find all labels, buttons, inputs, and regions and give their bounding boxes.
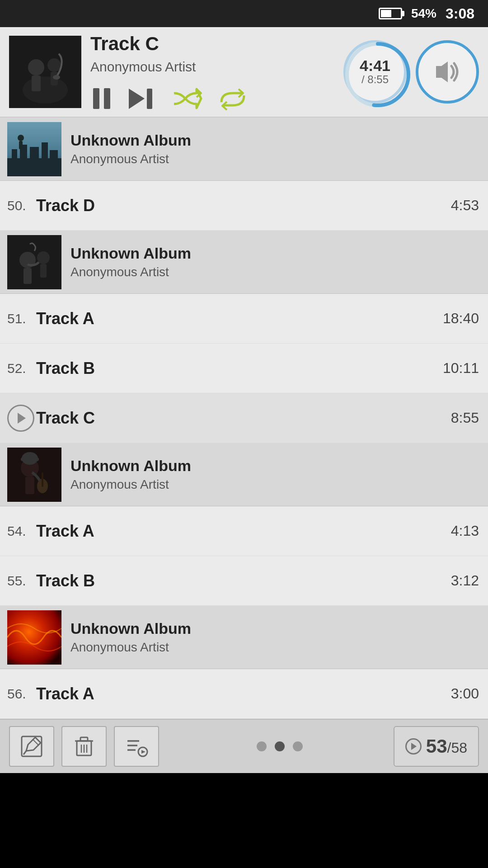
bottom-toolbar: 53/58	[0, 719, 488, 773]
status-time: 3:08	[446, 5, 474, 22]
track-number: 51.	[7, 311, 43, 326]
album-thumbnail	[7, 235, 61, 289]
album-thumbnail	[7, 122, 61, 176]
album-name: Unknown Album	[70, 620, 191, 637]
album-row[interactable]: Unknown Album Anonymous Artist	[0, 231, 488, 294]
album-name: Unknown Album	[70, 132, 191, 149]
track-number: 55.	[7, 573, 43, 589]
svg-rect-35	[7, 610, 61, 665]
album-thumbnail	[7, 448, 61, 502]
dot-1[interactable]	[257, 741, 267, 751]
svg-rect-14	[7, 158, 61, 176]
svg-rect-19	[50, 150, 58, 158]
track-row[interactable]: 54. Track A 4:13	[0, 506, 488, 556]
track-row[interactable]: 56. Track A 3:00	[0, 669, 488, 719]
svg-point-2	[28, 59, 44, 75]
album-name: Unknown Album	[70, 245, 191, 262]
track-number: 50.	[7, 198, 43, 213]
volume-circle[interactable]	[416, 40, 479, 104]
track-counter[interactable]: 53/58	[394, 726, 479, 767]
track-duration: 3:00	[451, 685, 479, 702]
track-name: Track A	[36, 522, 451, 541]
dot-2[interactable]	[275, 741, 285, 751]
album-row[interactable]: Unknown Album Anonymous Artist	[0, 443, 488, 506]
track-row[interactable]: 51. Track A 18:40	[0, 294, 488, 344]
shuffle-button[interactable]	[172, 86, 203, 111]
battery-icon	[379, 8, 402, 19]
track-name: Track D	[36, 196, 451, 215]
track-duration: 4:53	[451, 197, 479, 214]
svg-rect-41	[80, 737, 88, 741]
svg-rect-3	[32, 75, 41, 91]
edit-icon	[20, 735, 43, 758]
track-row[interactable]: 55. Track B 3:12	[0, 556, 488, 606]
album-artist: Anonymous Artist	[70, 477, 191, 492]
album-name: Unknown Album	[70, 457, 191, 475]
status-bar: 54% 3:08	[0, 0, 488, 27]
svg-point-1	[23, 76, 68, 104]
album-row[interactable]: Unknown Album Anonymous Artist	[0, 606, 488, 669]
playing-indicator	[7, 405, 34, 432]
now-playing-title: Track C	[90, 33, 334, 55]
shuffle-icon	[172, 86, 203, 111]
counter-current: 53	[426, 736, 447, 757]
svg-point-30	[22, 452, 38, 465]
counter-display: 53/58	[426, 736, 467, 757]
track-number: 52.	[7, 361, 43, 376]
track-row[interactable]: 52. Track B 10:11	[0, 344, 488, 393]
svg-marker-49	[141, 750, 145, 754]
track-row[interactable]: 50. Track D 4:53	[0, 181, 488, 231]
track-duration: 10:11	[443, 360, 479, 377]
svg-rect-21	[19, 141, 23, 149]
now-playing-artwork	[9, 36, 81, 108]
playlist-button[interactable]	[114, 726, 159, 767]
now-playing-artist: Anonymous Artist	[90, 59, 334, 75]
track-duration: 3:12	[451, 572, 479, 589]
track-name: Track B	[36, 571, 451, 590]
album-info: Unknown Album Anonymous Artist	[70, 245, 191, 279]
delete-icon	[72, 735, 96, 758]
svg-rect-31	[25, 477, 34, 494]
album-row[interactable]: Unknown Album Anonymous Artist	[0, 118, 488, 181]
svg-point-6	[53, 75, 60, 80]
svg-rect-24	[23, 268, 32, 284]
track-list: Unknown Album Anonymous Artist 50. Track…	[0, 118, 488, 719]
svg-marker-11	[436, 61, 448, 82]
time-circle[interactable]: 4:41 / 8:55	[343, 40, 407, 104]
svg-rect-33	[42, 472, 43, 487]
track-row-playing[interactable]: Track C 8:55	[0, 393, 488, 443]
album-thumbnail	[7, 610, 61, 665]
pause-button[interactable]	[90, 87, 113, 110]
playback-controls	[90, 86, 334, 111]
track-name: Track A	[36, 684, 451, 703]
album-info: Unknown Album Anonymous Artist	[70, 620, 191, 655]
track-name: Track B	[36, 359, 443, 378]
album-info: Unknown Album Anonymous Artist	[70, 132, 191, 166]
track-number: 54.	[7, 524, 43, 539]
progress-arc	[343, 40, 412, 109]
svg-line-37	[23, 751, 26, 755]
edit-button[interactable]	[9, 726, 54, 767]
track-name: Track C	[36, 409, 451, 428]
now-playing-header: Track C Anonymous Artist	[0, 27, 488, 118]
now-playing-controls-area: Track C Anonymous Artist	[90, 33, 334, 111]
next-icon	[127, 86, 158, 111]
svg-marker-7	[129, 89, 145, 109]
album-artist: Anonymous Artist	[70, 640, 191, 655]
track-name: Track A	[36, 309, 443, 328]
volume-icon	[432, 56, 463, 88]
track-duration: 4:13	[451, 523, 479, 539]
dot-3[interactable]	[293, 741, 303, 751]
repeat-button[interactable]	[217, 86, 249, 111]
track-duration: 18:40	[443, 310, 479, 327]
next-button[interactable]	[127, 86, 158, 111]
delete-button[interactable]	[61, 726, 107, 767]
album-artist: Anonymous Artist	[70, 152, 191, 166]
track-duration: 8:55	[451, 410, 479, 426]
svg-rect-17	[30, 147, 39, 158]
album-info: Unknown Album Anonymous Artist	[70, 457, 191, 492]
playlist-icon	[125, 735, 148, 758]
battery-label: 54%	[411, 6, 436, 21]
pagination-dots	[166, 741, 394, 751]
counter-play-icon	[405, 738, 422, 755]
